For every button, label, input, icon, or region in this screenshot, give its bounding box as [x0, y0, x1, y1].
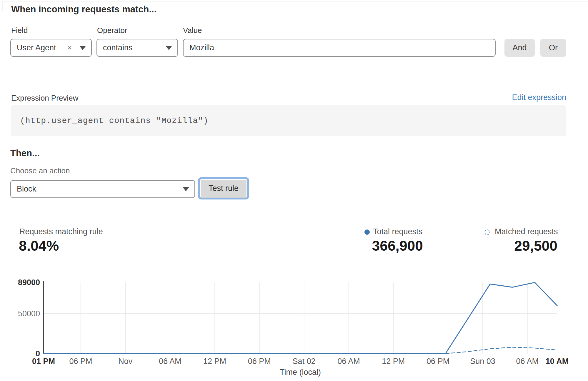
svg-text:06 AM: 06 AM [516, 357, 539, 366]
svg-text:89000: 89000 [18, 278, 40, 287]
svg-text:06 AM: 06 AM [337, 357, 360, 366]
svg-text:Nov: Nov [118, 357, 133, 366]
svg-text:50000: 50000 [18, 309, 40, 318]
svg-text:06 AM: 06 AM [159, 357, 181, 366]
svg-text:06 PM: 06 PM [69, 357, 92, 366]
svg-text:Sat 02: Sat 02 [293, 357, 316, 366]
svg-text:01 PM: 01 PM [32, 357, 55, 366]
requests-chart: 0500008900001 PM06 PMNov06 AM12 PM06 PMS… [0, 0, 588, 381]
svg-text:12 PM: 12 PM [203, 357, 226, 366]
svg-text:12 PM: 12 PM [382, 357, 405, 366]
svg-text:Sun 03: Sun 03 [470, 357, 495, 366]
svg-text:10 AM: 10 AM [546, 357, 569, 366]
svg-text:Time (local): Time (local) [280, 368, 321, 377]
svg-text:06 PM: 06 PM [427, 357, 449, 366]
svg-text:06 PM: 06 PM [248, 357, 271, 366]
